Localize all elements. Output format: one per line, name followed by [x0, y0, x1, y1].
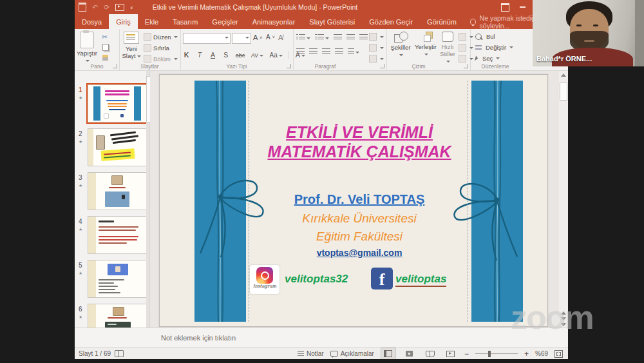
slide-university[interactable]: Kırıkkale Üniversitesi — [237, 211, 482, 226]
slide-thumbnail-4[interactable] — [88, 216, 147, 254]
thumb1-email-line — [109, 109, 126, 110]
text-shadow-button[interactable]: S — [222, 51, 229, 59]
format-painter-button[interactable] — [102, 55, 108, 61]
zoom-level[interactable]: %69 — [535, 350, 548, 357]
align-text-button[interactable] — [369, 44, 384, 52]
slide-thumbnail-2[interactable] — [88, 128, 147, 166]
slide-thumbnail-5[interactable] — [88, 260, 147, 298]
select-button[interactable]: Seç — [475, 55, 500, 62]
ribbon-display-options-icon[interactable] — [501, 3, 509, 12]
bold-button[interactable]: K — [183, 51, 190, 59]
vertical-scrollbar[interactable] — [558, 71, 568, 328]
grow-font-button[interactable]: A˄ — [253, 34, 262, 41]
slide-sorter-view-button[interactable] — [402, 348, 417, 359]
slideshow-view-button[interactable] — [444, 348, 458, 359]
normal-view-icon — [384, 350, 392, 357]
zoom-in-button[interactable]: + — [524, 349, 529, 358]
fit-to-window-icon[interactable] — [554, 350, 563, 358]
tab-ekle[interactable]: Ekle — [138, 14, 166, 29]
columns-button[interactable] — [348, 48, 359, 55]
clipboard-dialog-launcher[interactable] — [113, 64, 117, 68]
font-dialog-launcher[interactable] — [287, 64, 291, 68]
normal-view-button[interactable] — [381, 348, 396, 359]
increase-indent-button[interactable] — [346, 34, 355, 41]
new-slide-button[interactable]: Yeni Slayt — [122, 32, 141, 59]
cut-button[interactable]: ✂ — [102, 33, 108, 41]
animation-star-icon: ★ — [79, 95, 82, 101]
notes-pane[interactable]: Not eklemek için tıklatın — [75, 328, 568, 348]
convert-smartart-button[interactable] — [369, 55, 384, 63]
underline-button[interactable]: A — [209, 51, 216, 59]
tab-gecisler[interactable]: Geçişler — [205, 14, 245, 29]
quick-styles-button[interactable]: Hızlı Stiller — [438, 32, 457, 64]
font-name-input[interactable] — [183, 33, 231, 44]
find-button[interactable]: Bul — [475, 33, 495, 40]
spellcheck-icon[interactable] — [115, 350, 124, 357]
section-button[interactable]: Bölüm — [144, 55, 178, 63]
slide-sorter-icon — [406, 351, 413, 357]
tab-giris[interactable]: Giriş — [109, 14, 138, 29]
bullets-button[interactable] — [296, 34, 310, 41]
copy-button[interactable] — [102, 44, 109, 51]
zoom-slider[interactable] — [475, 353, 518, 355]
notes-toggle[interactable]: Notlar — [298, 350, 324, 357]
scrollbar-thumb[interactable] — [560, 83, 567, 101]
zoom-out-button[interactable]: − — [464, 349, 469, 358]
align-left-button[interactable] — [296, 48, 305, 55]
slide-title-line-2[interactable]: MATEMATİK ÇALIŞMAK — [237, 142, 482, 161]
shapes-button[interactable]: Şekiller — [389, 32, 412, 58]
zoom-slider-handle[interactable] — [488, 351, 491, 357]
slide-editor[interactable]: ETKİLİ VE VERİMLİ MATEMATİK ÇALIŞMAK Pro… — [159, 74, 548, 327]
tab-dosya[interactable]: Dosya — [75, 14, 109, 29]
text-direction-dropdown-icon — [380, 36, 384, 38]
thumb3-figure — [122, 195, 125, 199]
slide-faculty[interactable]: Eğitim Fakültesi — [237, 230, 482, 244]
slide-thumbnail-1[interactable] — [88, 84, 147, 123]
numbering-button[interactable] — [315, 34, 329, 41]
slide-author[interactable]: Prof. Dr. Veli TOPTAŞ — [237, 192, 482, 207]
font-size-input[interactable] — [232, 33, 251, 44]
reading-view-button[interactable] — [423, 348, 437, 359]
strikethrough-button[interactable]: abc — [236, 52, 245, 59]
shrink-font-button[interactable]: A˅ — [266, 34, 275, 41]
powerpoint-window: ↶ ⟳ ⸗ Etkili ve Verimli Matematik Çalışm… — [75, 0, 568, 359]
replace-button[interactable]: Değiştir — [475, 44, 513, 51]
paste-button[interactable]: Yapıştır — [76, 32, 98, 64]
thumb4-text-line — [99, 236, 138, 237]
justify-button[interactable] — [335, 48, 343, 55]
slide-email[interactable]: vtoptas@gmail.com — [237, 248, 482, 258]
italic-button[interactable]: T — [196, 51, 203, 59]
comments-toggle-label: Açıklamalar — [341, 350, 374, 357]
paragraph-dialog-launcher[interactable] — [380, 64, 384, 68]
tab-gorunum[interactable]: Görünüm — [420, 14, 464, 29]
align-right-button[interactable] — [322, 48, 330, 55]
layout-button[interactable]: Düzen — [144, 33, 178, 41]
tab-animasyonlar[interactable]: Animasyonlar — [245, 14, 303, 29]
tab-slayt-gosterisi[interactable]: Slayt Gösterisi — [302, 14, 362, 29]
slide-title-line-1[interactable]: ETKİLİ VE VERİMLİ — [237, 123, 482, 142]
thumbnail-scrollbar[interactable] — [146, 71, 149, 328]
thumb2-figure — [96, 135, 105, 150]
tab-gozden-gecir[interactable]: Gözden Geçir — [362, 14, 420, 29]
slide-thumbnail-3[interactable] — [88, 172, 147, 210]
facebook-handle[interactable]: velitoptas — [395, 273, 446, 287]
change-case-button[interactable]: Aa — [270, 52, 283, 59]
text-direction-button[interactable] — [369, 33, 384, 41]
drawing-dialog-launcher[interactable] — [464, 64, 468, 68]
slideshow-view-icon — [446, 351, 455, 357]
tab-tasarim[interactable]: Tasarım — [166, 14, 205, 29]
scroll-up-icon[interactable] — [561, 74, 566, 77]
reset-button[interactable]: Sıfırla — [144, 44, 169, 52]
clear-formatting-button[interactable]: A̸ — [278, 34, 283, 41]
thumb1-title-line — [105, 93, 129, 95]
new-slide-dropdown-icon — [137, 55, 141, 57]
comments-toggle[interactable]: Açıklamalar — [330, 350, 374, 357]
decrease-indent-button[interactable] — [334, 34, 342, 41]
instagram-handle[interactable]: velitoptas32 — [285, 273, 348, 286]
participant-video[interactable]: Bahad*r ÖRNE... — [533, 0, 644, 66]
align-center-button[interactable] — [309, 48, 317, 55]
character-spacing-button[interactable]: AV — [251, 52, 263, 59]
arrange-button[interactable]: Yerleştir — [413, 32, 438, 57]
minimize-icon[interactable] — [520, 6, 526, 8]
slide-thumbnail-panel: 1 ★ 2 ★ — [75, 71, 150, 328]
